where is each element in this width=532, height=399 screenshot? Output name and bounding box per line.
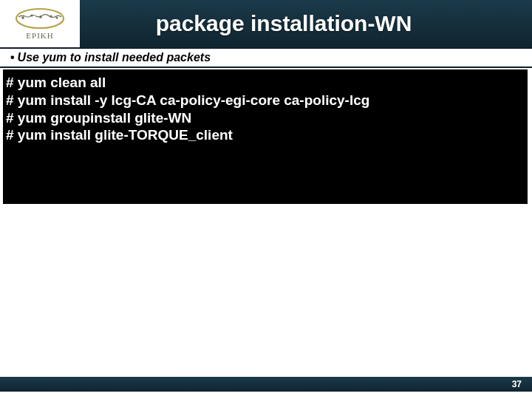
slide-title: package installation-WN <box>80 11 532 36</box>
svg-point-5 <box>56 17 58 19</box>
logo-text: EPIKH <box>26 31 53 40</box>
terminal-block: # yum clean all # yum install -y lcg-CA … <box>3 69 528 204</box>
terminal-line: # yum install -y lcg-CA ca-policy-egi-co… <box>6 92 522 109</box>
slide: EPIKH package installation-WN •Use yum t… <box>0 0 532 399</box>
svg-point-3 <box>39 16 41 18</box>
subheader-text: •Use yum to install needed packets <box>10 51 211 64</box>
terminal-line: # yum clean all <box>6 74 522 92</box>
globe-icon <box>14 7 66 30</box>
footer-bar: 37 <box>0 377 532 392</box>
svg-point-4 <box>50 15 52 17</box>
logo-inner: EPIKH <box>14 7 66 40</box>
logo: EPIKH <box>0 0 80 47</box>
subheader-label: Use yum to install needed packets <box>18 51 211 64</box>
terminal-line: # yum groupinstall glite-WN <box>6 109 522 127</box>
svg-point-2 <box>30 14 33 16</box>
subheader-bar: •Use yum to install needed packets <box>0 47 532 68</box>
page-number: 37 <box>512 379 522 389</box>
header-bar: EPIKH package installation-WN <box>0 0 532 47</box>
terminal-line: # yum install glite-TORQUE_client <box>6 126 522 144</box>
svg-point-1 <box>21 16 24 19</box>
bullet-icon: • <box>10 51 15 64</box>
